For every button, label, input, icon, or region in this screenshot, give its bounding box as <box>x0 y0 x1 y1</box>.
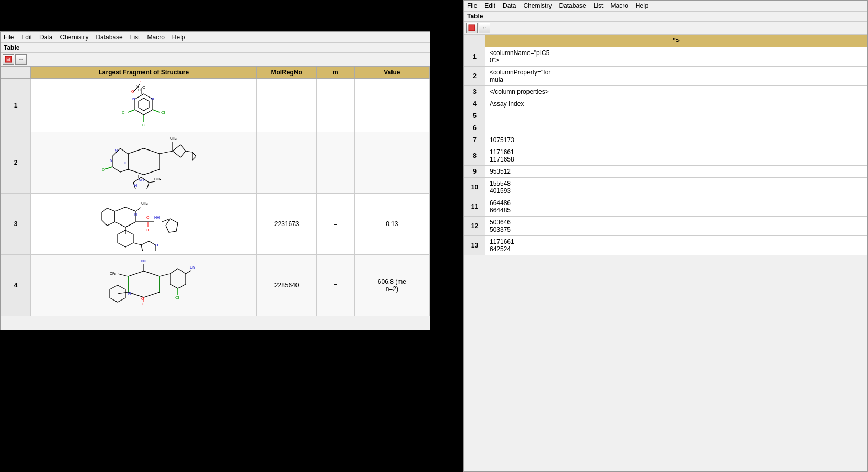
col-header-structure: Largest Fragment of Structure <box>31 67 257 79</box>
value-cell-2 <box>354 132 429 194</box>
m-cell-3: = <box>316 194 354 255</box>
right-expand-btn[interactable]: ↔ <box>479 23 490 33</box>
svg-text:N: N <box>134 184 137 187</box>
molregno-cell-2 <box>257 132 317 194</box>
col-header-rownum <box>1 67 31 79</box>
svg-text:O: O <box>146 228 149 232</box>
value-cell-1 <box>354 79 429 132</box>
right-menu-data[interactable]: Data <box>503 2 516 9</box>
svg-text:N: N <box>115 149 118 153</box>
table-row: 2 N N <box>1 132 430 194</box>
menu-data[interactable]: Data <box>39 34 52 41</box>
svg-marker-6 <box>139 98 149 111</box>
menu-help[interactable]: Help <box>172 34 185 41</box>
svg-line-9 <box>128 110 135 112</box>
svg-line-44 <box>136 207 141 211</box>
structure-cell-4: N O O CF₃ <box>31 255 257 316</box>
menu-macro[interactable]: Macro <box>147 34 164 41</box>
right-data-table: "> 1<columnName="pIC5 0">2<columnPropert… <box>464 35 867 255</box>
right-row-num-6: 6 <box>464 122 485 134</box>
right-row-num-10: 10 <box>464 178 485 197</box>
right-toolbar: ↔ <box>464 22 867 35</box>
svg-text:↔: ↔ <box>18 56 24 62</box>
right-table-row: 12503646 503375 <box>464 217 867 236</box>
right-table-row: 81171661 1171658 <box>464 146 867 166</box>
svg-line-72 <box>186 271 191 274</box>
right-menu-file[interactable]: File <box>467 2 477 9</box>
svg-line-27 <box>186 151 192 152</box>
svg-marker-28 <box>192 152 196 160</box>
right-content-cell-6 <box>485 122 867 134</box>
right-row-num-11: 11 <box>464 197 485 217</box>
svg-text:Cl: Cl <box>161 110 165 115</box>
svg-line-66 <box>118 292 128 294</box>
svg-marker-41 <box>115 207 136 227</box>
svg-text:N: N <box>128 292 131 295</box>
structure-cell-1: O O Cl Cl <box>31 79 257 132</box>
row-num-2: 2 <box>1 132 31 194</box>
right-menu-list[interactable]: List <box>594 2 604 9</box>
row-num-3: 3 <box>1 194 31 255</box>
compress-btn[interactable]: ⊞ <box>3 54 14 65</box>
svg-text:N: N <box>132 96 135 101</box>
svg-text:↔: ↔ <box>482 25 487 30</box>
menu-chemistry[interactable]: Chemistry <box>60 34 88 41</box>
right-col-rownum <box>464 35 485 47</box>
svg-text:S: S <box>136 84 139 88</box>
svg-marker-21 <box>128 148 160 175</box>
right-content-cell-7: 1075173 <box>485 134 867 146</box>
right-content-cell-5 <box>485 110 867 122</box>
svg-text:Cl: Cl <box>142 123 146 127</box>
left-data-table: Largest Fragment of Structure MolRegNo m… <box>1 66 430 316</box>
right-table-row: 5 <box>464 110 867 122</box>
svg-text:CN: CN <box>190 265 195 269</box>
svg-text:O: O <box>131 90 134 93</box>
col-header-m: m <box>316 67 354 79</box>
svg-text:O: O <box>155 243 158 247</box>
right-row-num-12: 12 <box>464 217 485 236</box>
svg-line-25 <box>160 151 173 154</box>
right-menu-edit[interactable]: Edit <box>484 2 495 9</box>
right-menu-chemistry[interactable]: Chemistry <box>523 2 552 9</box>
svg-line-54 <box>133 243 141 245</box>
menu-edit[interactable]: Edit <box>21 34 32 41</box>
right-menu-database[interactable]: Database <box>559 2 586 9</box>
structure-cell-3: N CH₃ O NH <box>31 194 257 255</box>
menu-list[interactable]: List <box>130 34 140 41</box>
svg-text:N: N <box>134 212 137 216</box>
svg-text:NH: NH <box>141 259 146 263</box>
molregno-cell-3: 2231673 <box>257 194 317 255</box>
right-menu-bar: File Edit Data Chemistry Database List M… <box>464 1 867 12</box>
col-header-value: Value <box>354 67 429 79</box>
svg-text:CH₃: CH₃ <box>141 201 148 205</box>
menu-database[interactable]: Database <box>96 34 122 41</box>
svg-text:CH₃: CH₃ <box>154 177 161 181</box>
expand-btn[interactable]: ↔ <box>15 54 27 65</box>
table-row: 3 N CH₃ <box>1 194 430 255</box>
table-row: 4 N O O <box>1 255 430 316</box>
svg-text:CF₃: CF₃ <box>110 272 116 275</box>
right-table-row: 2<columnProperty="for mula <box>464 67 867 86</box>
right-compress-btn[interactable] <box>466 23 478 33</box>
right-content-cell-3: </column properties> <box>485 86 867 98</box>
left-table-container: Largest Fragment of Structure MolRegNo m… <box>1 66 430 316</box>
row-num-4: 4 <box>1 255 31 316</box>
right-table-row: 71075173 <box>464 134 867 146</box>
right-content-cell-8: 1171661 1171658 <box>485 146 867 166</box>
right-row-num-13: 13 <box>464 236 485 255</box>
svg-text:CH₃: CH₃ <box>170 136 177 140</box>
right-row-num-5: 5 <box>464 110 485 122</box>
right-menu-macro[interactable]: Macro <box>610 2 628 9</box>
svg-text:Cl: Cl <box>122 110 126 115</box>
svg-marker-5 <box>135 94 153 115</box>
svg-text:N: N <box>110 158 112 162</box>
left-menu-bar: File Edit Data Chemistry Database List M… <box>1 32 430 43</box>
left-toolbar: ⊞ ↔ <box>1 53 430 66</box>
right-table-row: 10155548 401593 <box>464 178 867 197</box>
svg-line-38 <box>149 181 155 183</box>
right-menu-help[interactable]: Help <box>636 2 649 9</box>
right-content-cell-13: 1171661 642524 <box>485 236 867 255</box>
svg-text:⊞: ⊞ <box>6 57 10 62</box>
svg-marker-42 <box>102 208 115 226</box>
menu-file[interactable]: File <box>4 34 14 41</box>
